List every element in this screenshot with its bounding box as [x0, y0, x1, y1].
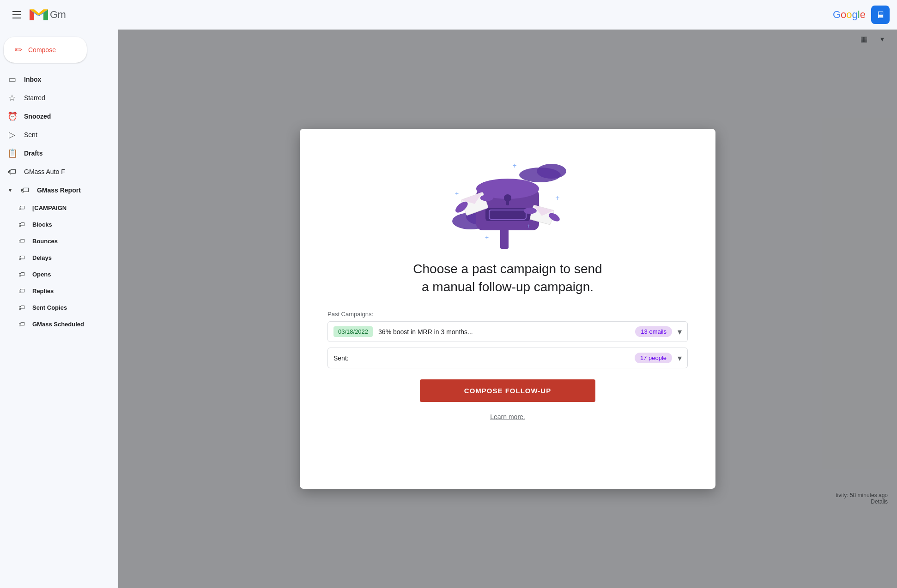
expand-arrow-icon: ▼ [7, 187, 13, 193]
sidebar-subitem-campaign[interactable]: 🏷 [CAMPAIGN [0, 199, 118, 216]
sidebar-subitem-blocks[interactable]: 🏷 Blocks [0, 216, 118, 233]
top-bar: Gm Google 🖥 [0, 0, 897, 30]
campaign-dropdown-arrow-icon[interactable]: ▾ [678, 327, 682, 337]
sidebar-item-label-starred: Starred [24, 94, 45, 102]
sidebar-subitem-bounces[interactable]: 🏷 Bounces [0, 233, 118, 249]
mailbox-svg: + + + + + [443, 147, 572, 249]
sidebar-item-label-drafts: Drafts [24, 150, 42, 157]
sent-row[interactable]: Sent: 17 people ▾ [327, 348, 688, 368]
monitor-icon-button[interactable]: 🖥 [871, 6, 890, 24]
sidebar-subitem-replies[interactable]: 🏷 Replies [0, 282, 118, 299]
sidebar-subitem-sent-copies[interactable]: 🏷 Sent Copies [0, 299, 118, 316]
sent-dropdown-arrow-icon[interactable]: ▾ [678, 353, 682, 363]
sidebar-subitem-label-bounces: Bounces [32, 238, 58, 245]
gmail-background: Gm Google 🖥 ✏ Compose ▭ Inbox ☆ Starred [0, 0, 897, 588]
blocks-icon: 🏷 [18, 221, 25, 228]
delays-icon: 🏷 [18, 254, 25, 261]
gmail-m-icon [30, 8, 48, 22]
sidebar-item-drafts[interactable]: 📋 Drafts [0, 144, 111, 162]
opens-icon: 🏷 [18, 270, 25, 278]
gmail-logo: Gm [30, 8, 66, 22]
mailbox-illustration: + + + + + [443, 147, 572, 249]
sidebar-item-gmass-reports[interactable]: ▼ 🏷 GMass Report [0, 181, 111, 199]
sidebar-subitem-label-sent-copies: Sent Copies [32, 304, 67, 311]
svg-text:+: + [527, 223, 530, 229]
sidebar-item-inbox[interactable]: ▭ Inbox [0, 70, 111, 89]
svg-point-14 [480, 195, 493, 201]
sidebar-subitem-label-blocks: Blocks [32, 221, 52, 228]
sidebar-subitem-label-replies: Replies [32, 288, 54, 294]
content-area: tivity: 58 minutes ago Details ▦ ▾ [118, 30, 897, 588]
gmail-text-label: Gm [50, 9, 66, 21]
sidebar-subitem-delays[interactable]: 🏷 Delays [0, 249, 118, 266]
replies-icon: 🏷 [18, 287, 25, 294]
gmass-reports-icon: 🏷 [20, 186, 30, 195]
compose-pencil-icon: ✏ [15, 44, 23, 55]
top-bar-right: Google 🖥 [833, 6, 890, 24]
compose-followup-button[interactable]: COMPOSE FOLLOW-UP [420, 379, 595, 402]
modal-body: Past Campaigns: 03/18/2022 36% boost in … [327, 311, 688, 420]
svg-text:+: + [512, 162, 516, 169]
modal-overlay: + + + + + Choose a past campaign to send… [118, 30, 897, 588]
svg-rect-9 [506, 201, 509, 205]
compose-button[interactable]: ✏ Compose [4, 37, 87, 63]
snoozed-icon: ⏰ [7, 111, 17, 121]
sidebar-item-label-snoozed: Snoozed [24, 113, 51, 120]
sent-label-text: Sent: [333, 354, 629, 362]
sent-icon: ▷ [7, 130, 17, 140]
drafts-icon: 📋 [7, 148, 17, 158]
main-layout: ✏ Compose ▭ Inbox ☆ Starred ⏰ Snoozed ▷ … [0, 30, 897, 588]
sidebar-item-label-sent: Sent [24, 131, 37, 138]
sidebar: ✏ Compose ▭ Inbox ☆ Starred ⏰ Snoozed ▷ … [0, 30, 118, 588]
sidebar-item-label-inbox: Inbox [24, 76, 41, 83]
gmass-auto-icon: 🏷 [7, 167, 17, 177]
svg-point-8 [504, 194, 511, 202]
sidebar-subitem-label-opens: Opens [32, 271, 51, 278]
google-logo-text: Google [833, 9, 866, 21]
sidebar-item-starred[interactable]: ☆ Starred [0, 89, 111, 107]
campaign-count-badge: 13 emails [635, 326, 672, 337]
sidebar-item-snoozed[interactable]: ⏰ Snoozed [0, 107, 111, 126]
follow-up-modal: + + + + + Choose a past campaign to send… [300, 129, 715, 489]
sidebar-subitem-label-delays: Delays [32, 254, 52, 261]
campaign-date-badge: 03/18/2022 [333, 326, 373, 337]
bounces-icon: 🏷 [18, 237, 25, 245]
sidebar-subitem-gmass-scheduled[interactable]: 🏷 GMass Scheduled [0, 316, 118, 332]
modal-title: Choose a past campaign to send a manual … [413, 260, 602, 296]
inbox-icon: ▭ [7, 74, 17, 84]
learn-more-link[interactable]: Learn more. [327, 413, 688, 420]
gmass-scheduled-icon: 🏷 [18, 320, 25, 328]
sent-count-badge: 17 people [635, 353, 672, 363]
sidebar-subitem-label-gmass-scheduled: GMass Scheduled [32, 321, 84, 328]
campaign-icon: 🏷 [18, 204, 25, 211]
compose-label: Compose [28, 46, 56, 54]
sidebar-item-gmass-auto[interactable]: 🏷 GMass Auto F [0, 162, 111, 181]
campaign-name-text: 36% boost in MRR in 3 months... [378, 328, 630, 336]
hamburger-menu-button[interactable] [7, 6, 26, 24]
sent-copies-icon: 🏷 [18, 304, 25, 311]
svg-text:+: + [485, 234, 489, 241]
campaign-row[interactable]: 03/18/2022 36% boost in MRR in 3 months.… [327, 321, 688, 342]
starred-icon: ☆ [7, 93, 17, 103]
sidebar-item-sent[interactable]: ▷ Sent [0, 126, 111, 144]
svg-point-17 [524, 208, 537, 214]
svg-text:+: + [555, 194, 559, 202]
sidebar-subitem-label-campaign: [CAMPAIGN [32, 204, 67, 211]
past-campaigns-label: Past Campaigns: [327, 311, 688, 318]
sidebar-item-label-gmass-auto: GMass Auto F [24, 168, 65, 175]
sidebar-subitem-opens[interactable]: 🏷 Opens [0, 266, 118, 282]
sidebar-item-label-gmass-reports: GMass Report [37, 186, 81, 194]
svg-point-3 [537, 164, 566, 179]
svg-text:+: + [455, 190, 459, 197]
